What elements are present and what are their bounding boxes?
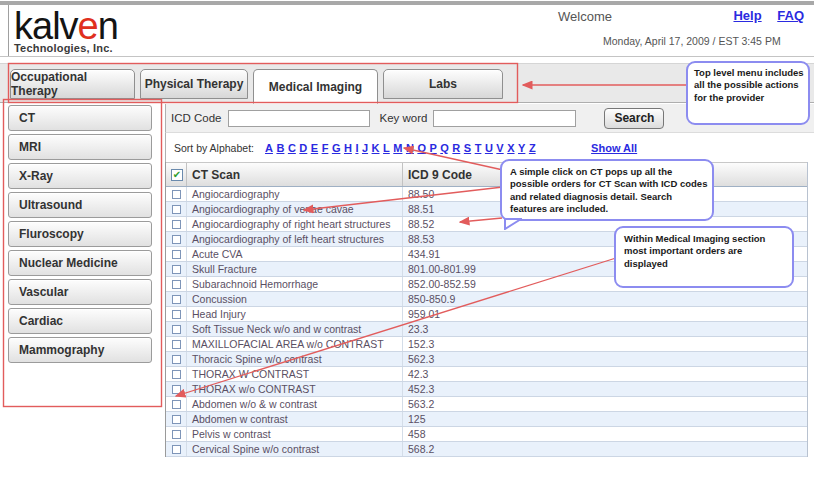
row-checkbox[interactable]: [172, 190, 181, 199]
table-row[interactable]: THORAX w/o CONTRAST 452.3: [166, 382, 807, 397]
alphabet-letter-link[interactable]: R: [452, 142, 460, 154]
icd-code-input[interactable]: [228, 110, 370, 127]
sidebar-item-vascular[interactable]: Vascular: [8, 279, 152, 305]
table-row[interactable]: Head Injury 959.01: [166, 307, 807, 322]
alphabet-letter-link[interactable]: Z: [529, 142, 536, 154]
faq-link[interactable]: FAQ: [777, 8, 804, 23]
sidebar-item-ct[interactable]: CT: [8, 105, 152, 131]
alphabet-letter-link[interactable]: F: [322, 142, 329, 154]
tab-medical-imaging[interactable]: Medical Imaging: [253, 69, 378, 104]
sidebar-item-cardiac[interactable]: Cardiac: [8, 308, 152, 334]
table-row[interactable]: MAXILLOFACIAL AREA w/o CONTRAST 152.3: [166, 337, 807, 352]
search-button[interactable]: Search: [604, 108, 664, 129]
alphabet-letter-link[interactable]: G: [332, 142, 341, 154]
row-checkbox-cell: [166, 247, 187, 261]
icd9-code-cell: 458: [403, 428, 807, 440]
order-name-cell: Soft Tissue Neck w/o and w contrast: [187, 322, 403, 336]
row-checkbox[interactable]: [172, 355, 181, 364]
table-row[interactable]: Abdomen w/o & w contrast 563.2: [166, 397, 807, 412]
table-row[interactable]: Abdomen w contrast 125: [166, 412, 807, 427]
table-row[interactable]: THORAX W CONTRAST 42.3: [166, 367, 807, 382]
alphabet-letter-link[interactable]: Q: [440, 142, 449, 154]
alphabet-letter-link[interactable]: U: [485, 142, 493, 154]
keyword-label: Key word: [380, 112, 428, 124]
column-header-ct-scan: CT Scan: [187, 163, 403, 186]
alphabet-letter-link[interactable]: M: [393, 142, 402, 154]
row-checkbox[interactable]: [172, 430, 181, 439]
alphabet-letter-link[interactable]: A: [265, 142, 273, 154]
alphabet-letter-link[interactable]: S: [464, 142, 471, 154]
row-checkbox[interactable]: [172, 250, 181, 259]
order-name-cell: THORAX w/o CONTRAST: [187, 382, 403, 396]
alphabet-letter-link[interactable]: I: [355, 142, 358, 154]
alphabet-letter-link[interactable]: X: [507, 142, 514, 154]
sidebar-item-ultrasound[interactable]: Ultrasound: [8, 192, 152, 218]
row-checkbox-cell: [166, 262, 187, 276]
order-name-cell: Pelvis w contrast: [187, 427, 403, 441]
alphabet-letter-link[interactable]: O: [417, 142, 426, 154]
row-checkbox[interactable]: [172, 235, 181, 244]
tab-physical-therapy[interactable]: Physical Therapy: [140, 69, 248, 99]
alphabet-letter-link[interactable]: E: [311, 142, 318, 154]
alphabet-letter-link[interactable]: N: [406, 142, 414, 154]
alphabet-letter-link[interactable]: C: [288, 142, 296, 154]
callout-top-level-menu: Top level menu includes all the possible…: [686, 61, 810, 125]
row-checkbox[interactable]: [172, 370, 181, 379]
row-checkbox[interactable]: [172, 310, 181, 319]
keyword-input[interactable]: [433, 110, 576, 127]
table-row[interactable]: Pelvis w contrast 458: [166, 427, 807, 442]
row-checkbox[interactable]: [172, 280, 181, 289]
table-row[interactable]: Cervical Spine w/o contrast 568.2: [166, 442, 807, 457]
sidebar-item-x-ray[interactable]: X-Ray: [8, 163, 152, 189]
company-logo: kalven Technologies, Inc.: [14, 6, 118, 54]
icd9-code-cell: 563.2: [403, 398, 807, 410]
order-name-cell: Abdomen w/o & w contrast: [187, 397, 403, 411]
table-row[interactable]: Concussion 850-850.9: [166, 292, 807, 307]
alphabet-letter-link[interactable]: D: [299, 142, 307, 154]
help-link[interactable]: Help: [733, 8, 761, 23]
row-checkbox[interactable]: [172, 445, 181, 454]
row-checkbox[interactable]: [172, 415, 181, 424]
order-name-cell: MAXILLOFACIAL AREA w/o CONTRAST: [187, 337, 403, 351]
sidebar-item-mammography[interactable]: Mammography: [8, 337, 152, 363]
row-checkbox-cell: [166, 352, 187, 366]
alphabet-letter-link[interactable]: B: [276, 142, 284, 154]
row-checkbox-cell: [166, 397, 187, 411]
alphabet-letter-link[interactable]: H: [344, 142, 352, 154]
alphabet-letter-link[interactable]: V: [496, 142, 503, 154]
table-row[interactable]: Soft Tissue Neck w/o and w contrast 23.3: [166, 322, 807, 337]
order-name-cell: Acute CVA: [187, 247, 403, 261]
alphabet-letter-link[interactable]: Y: [518, 142, 525, 154]
order-name-cell: Angiocardiography of right heart structu…: [187, 217, 403, 231]
icd9-code-cell: 42.3: [403, 368, 807, 380]
row-checkbox-cell: [166, 202, 187, 216]
datetime-text: Monday, April 17, 2009 / EST 3:45 PM: [603, 35, 781, 47]
sidebar-item-fluroscopy[interactable]: Fluroscopy: [8, 221, 152, 247]
sidebar-item-mri[interactable]: MRI: [8, 134, 152, 160]
row-checkbox[interactable]: [172, 265, 181, 274]
order-name-cell: Cervical Spine w/o contrast: [187, 442, 403, 456]
alphabet-letter-link[interactable]: T: [475, 142, 482, 154]
alphabet-letter-link[interactable]: K: [372, 142, 380, 154]
row-checkbox[interactable]: [172, 295, 181, 304]
alphabet-letter-link[interactable]: L: [383, 142, 390, 154]
show-all-link[interactable]: Show All: [591, 142, 637, 154]
row-checkbox[interactable]: [172, 385, 181, 394]
sidebar-item-nuclear-medicine[interactable]: Nuclear Medicine: [8, 250, 152, 276]
table-row[interactable]: Thoracic Spine w/o contrast 562.3: [166, 352, 807, 367]
icd9-code-cell: 959.01: [403, 308, 807, 320]
row-checkbox[interactable]: [172, 340, 181, 349]
row-checkbox-cell: [166, 412, 187, 426]
tab-labs[interactable]: Labs: [383, 69, 503, 99]
callout-important-orders: Within Medical Imaging section most impo…: [614, 226, 794, 288]
row-checkbox[interactable]: [172, 325, 181, 334]
row-checkbox[interactable]: [172, 205, 181, 214]
tab-occupational-therapy[interactable]: Occupational Therapy: [10, 69, 135, 99]
alphabet-letter-link[interactable]: J: [362, 142, 368, 154]
select-all-checkbox[interactable]: ✔: [171, 169, 183, 181]
logo-wordmark: kalven: [14, 6, 118, 46]
row-checkbox[interactable]: [172, 220, 181, 229]
icd9-code-cell: 152.3: [403, 338, 807, 350]
alphabet-letter-link[interactable]: P: [429, 142, 436, 154]
row-checkbox[interactable]: [172, 400, 181, 409]
